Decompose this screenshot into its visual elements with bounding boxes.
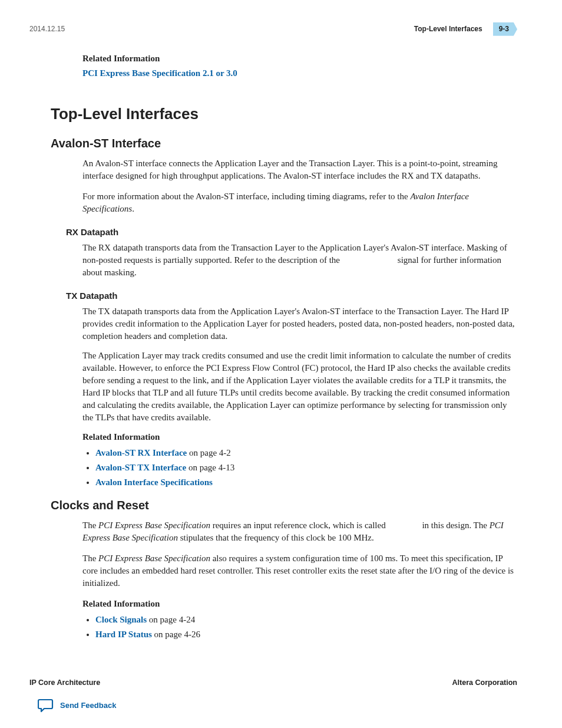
send-feedback-link[interactable]: Send Feedback: [38, 699, 116, 713]
page-number-badge: 9-3: [493, 22, 517, 36]
rx-datapath-heading: RX Datapath: [66, 226, 517, 238]
page-footer: IP Core Architecture Altera Corporation: [29, 678, 517, 689]
page-header: 2014.12.15 Top-Level Interfaces 9-3: [29, 22, 517, 36]
tx-paragraph-1: The TX datapath transports data from the…: [82, 305, 517, 342]
clocks-related-heading: Related Information: [82, 598, 517, 610]
list-item: Avalon‑ST RX Interface on page 4-2: [95, 447, 517, 459]
list-item: Clock Signals on page 4-24: [95, 614, 517, 626]
footer-left: IP Core Architecture: [29, 678, 100, 689]
avalon-st-heading: Avalon-ST Interface: [51, 135, 517, 151]
pci-spec-link[interactable]: PCI Express Base Specification 2.1 or 3.…: [82, 68, 237, 78]
rx-mask-signal: rx_st_mask: [342, 255, 395, 265]
tx-paragraph-2: The Application Layer may track credits …: [82, 350, 517, 424]
tx-related-heading: Related Information: [82, 431, 517, 443]
avalon-paragraph-2: For more information about the Avalon‑ST…: [82, 190, 517, 215]
footer-right: Altera Corporation: [452, 678, 517, 689]
list-item: Hard IP Status on page 4-26: [95, 628, 517, 641]
document-date: 2014.12.15: [29, 24, 65, 34]
related-heading: Related Information: [82, 52, 517, 65]
related-info-top: Related Information PCI Express Base Spe…: [82, 52, 517, 80]
list-item: Avalon Interface Specifications: [95, 476, 517, 489]
tx-related-block: Related Information: [82, 431, 517, 443]
avalon-paragraph-1: An Avalon‑ST interface connects the Appl…: [82, 157, 517, 182]
main-heading: Top-Level Interfaces: [51, 103, 517, 124]
hard-ip-status-link[interactable]: Hard IP Status: [95, 630, 152, 639]
clocks-paragraph-1: The PCI Express Base Specification requi…: [82, 519, 517, 544]
breadcrumb: Top-Level Interfaces: [414, 24, 482, 34]
feedback-label: Send Feedback: [60, 700, 116, 711]
clock-signals-link[interactable]: Clock Signals: [95, 615, 147, 624]
refclk-signal: refclk: [388, 520, 419, 531]
clocks-related-block: Related Information: [82, 598, 517, 610]
feedback-icon: [38, 699, 54, 713]
tx-datapath-heading: TX Datapath: [66, 289, 517, 302]
list-item: Avalon-ST TX Interface on page 4-13: [95, 462, 517, 474]
tx-related-list: Avalon‑ST RX Interface on page 4-2 Avalo…: [95, 447, 517, 489]
clocks-paragraph-2: The PCI Express Base Specification also …: [82, 552, 517, 589]
header-right: Top-Level Interfaces 9-3: [414, 22, 517, 36]
avalon-st-tx-link[interactable]: Avalon-ST TX Interface: [95, 463, 186, 472]
avalon-spec-link[interactable]: Avalon Interface Specifications: [95, 477, 213, 487]
rx-paragraph: The RX datapath transports data from the…: [82, 242, 517, 279]
avalon-st-rx-link[interactable]: Avalon‑ST RX Interface: [95, 448, 187, 457]
clocks-reset-heading: Clocks and Reset: [51, 497, 517, 513]
clocks-related-list: Clock Signals on page 4-24 Hard IP Statu…: [95, 614, 517, 641]
